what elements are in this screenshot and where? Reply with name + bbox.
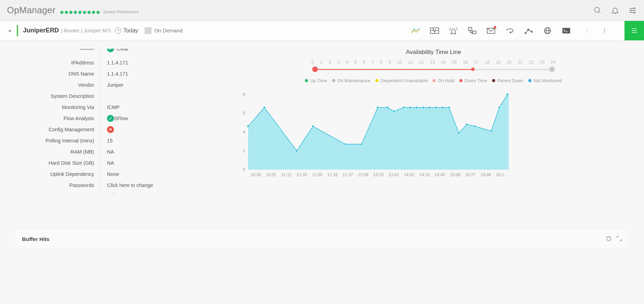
svg-point-42 — [344, 143, 346, 145]
clock-icon — [115, 28, 121, 34]
svg-line-11 — [456, 28, 457, 29]
info-value: ICMP — [107, 102, 216, 113]
info-label: Flow Analysis — [14, 113, 94, 124]
expand-icon[interactable] — [616, 236, 622, 243]
info-value: Juniper — [107, 79, 216, 91]
svg-point-48 — [409, 107, 411, 109]
svg-point-50 — [422, 107, 424, 109]
on-demand-checkbox[interactable] — [145, 27, 152, 34]
info-label: Vendor — [14, 79, 94, 91]
info-label: Config Management — [14, 124, 94, 135]
device-name: JuniperERD — [23, 27, 59, 34]
svg-point-58 — [490, 130, 492, 132]
info-label: DNS Name — [14, 68, 94, 79]
availability-panel: Availability Time Line 01234567891011121… — [237, 49, 630, 191]
check-icon: ✓ — [107, 49, 114, 52]
timerange-picker[interactable]: Today — [115, 28, 138, 34]
on-demand-toggle[interactable]: On Demand — [145, 27, 183, 34]
refresh-icon[interactable] — [606, 236, 612, 243]
device-action-icon[interactable] — [468, 27, 477, 34]
svg-point-44 — [377, 107, 379, 109]
svg-point-55 — [458, 132, 460, 134]
info-value — [107, 91, 216, 102]
svg-rect-14 — [468, 28, 472, 30]
perf-monitor-icon[interactable] — [430, 27, 439, 34]
cross-icon: ✕ — [107, 126, 114, 133]
device-model: Juniper M7i — [84, 28, 111, 33]
bell-icon[interactable] — [611, 6, 620, 15]
mail-icon[interactable] — [486, 27, 496, 34]
info-value[interactable]: Click here to change — [107, 180, 216, 191]
device-meta: | Router | Juniper M7i — [61, 28, 111, 33]
system-perf-dots: System Performance — [60, 7, 139, 14]
legend-item: Up Time — [305, 78, 327, 83]
buffer-hits-title: Buffer Hits — [22, 236, 49, 242]
timeline-legend: Up TimeOn MaintenanceDependent Unavailab… — [237, 78, 630, 83]
legend-item: Parent Down — [492, 78, 523, 83]
terminal-icon[interactable] — [562, 27, 571, 34]
info-value: NA — [107, 157, 216, 169]
timeline-ticks: 0123456789101112131415161718192021222324 — [312, 60, 555, 65]
svg-point-52 — [435, 107, 437, 109]
legend-item: Not Monitored — [528, 78, 562, 83]
svg-text:4: 4 — [243, 130, 245, 134]
svg-line-12 — [449, 30, 450, 30]
back-arrow-icon[interactable]: ◂ — [6, 27, 13, 34]
svg-point-54 — [448, 107, 450, 109]
scroll-down-icon[interactable]: ▼ — [112, 192, 116, 196]
svg-point-41 — [312, 125, 314, 127]
svg-line-13 — [457, 30, 458, 30]
buffer-hits-header: Buffer Hits — [14, 229, 630, 249]
settings-sliders-icon[interactable] — [628, 6, 637, 15]
svg-point-60 — [506, 93, 508, 95]
timerange-label: Today — [123, 28, 138, 34]
app-name: OpManager — [7, 5, 55, 16]
info-label: Status — [14, 49, 94, 57]
legend-item: Dependent Unavailable — [375, 78, 428, 83]
svg-line-10 — [450, 28, 451, 29]
info-value: ✕ — [107, 124, 216, 135]
chart-x-ticks: 10:3010:5111:1211:3311:5512:1612:3712:58… — [248, 172, 509, 177]
search-icon[interactable] — [593, 6, 602, 15]
status-stripe — [17, 25, 18, 36]
svg-text:6: 6 — [243, 111, 245, 116]
svg-text:8: 8 — [243, 92, 245, 97]
svg-rect-15 — [473, 31, 476, 34]
prev-device-arrow[interactable]: 〈 — [581, 26, 591, 35]
svg-point-6 — [634, 8, 635, 9]
svg-point-53 — [442, 107, 444, 109]
graph-icon[interactable] — [524, 27, 533, 34]
timeline-title: Availability Time Line — [237, 49, 630, 56]
svg-point-43 — [360, 143, 362, 145]
svg-point-51 — [429, 107, 431, 109]
next-device-arrow[interactable]: 〉 — [601, 26, 611, 35]
info-label: RAM (MB) — [14, 146, 94, 157]
info-label: Passwords — [14, 180, 94, 191]
svg-text:0: 0 — [243, 167, 245, 172]
info-label: Polling Interval (mins) — [14, 135, 94, 146]
alarm-icon[interactable] — [449, 27, 458, 34]
svg-text:2: 2 — [243, 148, 245, 153]
svg-point-49 — [415, 107, 417, 109]
side-menu-button[interactable] — [624, 21, 644, 40]
globe-icon[interactable] — [543, 27, 552, 34]
info-label: IPAddress — [14, 57, 94, 68]
loop-icon[interactable] — [505, 27, 514, 34]
device-toolbar: 〈 〉 — [411, 21, 638, 40]
svg-point-8 — [634, 12, 635, 13]
info-label: Monitoring Via — [14, 102, 94, 113]
info-value: NA — [107, 146, 216, 157]
response-chart: 02468 10:3010:5111:1211:3311:5512:1612:3… — [237, 92, 509, 177]
legend-item: On Hold — [432, 78, 454, 83]
legend-item: On Maintenance — [332, 78, 370, 83]
svg-line-1 — [599, 11, 600, 13]
svg-point-59 — [498, 107, 500, 109]
timeline-bar[interactable] — [312, 66, 555, 72]
info-value: ✓ SFlow — [107, 113, 216, 124]
section-divider — [14, 208, 630, 209]
area-chart-icon[interactable] — [411, 27, 420, 34]
device-bar: ◂ JuniperERD | Router | Juniper M7i Toda… — [0, 21, 644, 40]
svg-point-57 — [474, 125, 476, 127]
check-icon: ✓ — [107, 115, 114, 122]
svg-point-7 — [630, 10, 632, 11]
